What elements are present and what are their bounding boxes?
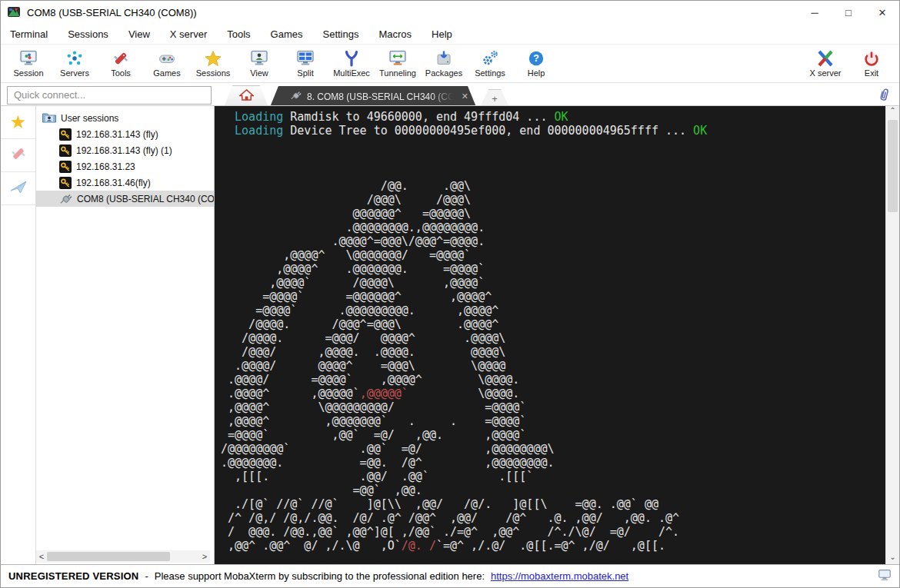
tree-item-com8-usb-serial-ch340-com8[interactable]: COM8 (USB-SERIAL CH340 (COM8 <box>36 191 214 207</box>
tab-close-icon[interactable]: ✕ <box>462 91 468 101</box>
toolbar-button-split[interactable]: Split <box>282 45 328 82</box>
scroll-down-arrow[interactable]: ⌄ <box>886 553 899 565</box>
toolbar-button-label: Split <box>297 68 313 78</box>
terminal-line: =@@@@` .@@@@@@@@@. ,@@@@^ <box>221 304 885 317</box>
toolbar-button-exit[interactable]: Exit <box>848 45 895 82</box>
toolbar-button-session[interactable]: Session <box>5 45 52 82</box>
terminal-line: ,@@@@^ \@@@@@@@/ =@@@@` <box>221 248 885 262</box>
sidebar-icon-strip: ★ <box>1 106 36 565</box>
terminal-line: =@@@@` ,@@` =@/ ,@@. ,@@@@` <box>221 428 885 442</box>
scroll-thumb[interactable] <box>47 552 170 561</box>
menu-item-terminal[interactable]: Terminal <box>10 28 48 40</box>
toolbar-button-settings[interactable]: Settings <box>467 45 513 82</box>
tree-root-user-sessions[interactable]: User sessions <box>36 110 214 126</box>
terminal-output[interactable]: Loading Ramdisk to 49660000, end 49fffd0… <box>215 106 885 565</box>
menu-item-games[interactable]: Games <box>271 28 303 40</box>
toolbar-button-packages[interactable]: Packages <box>421 45 467 82</box>
tree-item-label: 192.168.31.46(fly) <box>76 178 151 188</box>
servers-network-icon <box>65 50 84 68</box>
toolbar-button-multiexec[interactable]: MultiExec <box>328 45 375 82</box>
packages-icon <box>435 50 453 68</box>
toolbar-button-x-server[interactable]: X server <box>802 45 848 82</box>
quick-connect-input[interactable] <box>7 86 212 105</box>
mobaxterm-window: COM8 (USB-SERIAL CH340 (COM8)) ─ □ ✕ Ter… <box>0 0 900 588</box>
terminal-line: /@@@\ /@@@\ <box>221 193 885 207</box>
terminal-line: .@@@@@@@@.,@@@@@@@@. <box>221 221 885 234</box>
terminal-line: .@@@@^ ,@@@@@`,@@@@@` \@@@@. <box>221 387 885 400</box>
toolbar-button-sessions[interactable]: Sessions <box>190 45 236 82</box>
terminal-line: /@@@@@@@@` .@@` =@/ ,@@@@@@@@\ <box>221 442 885 456</box>
terminal-line: @@@@@@^ =@@@@@\ <box>221 207 885 221</box>
key-icon <box>59 161 72 173</box>
terminal-line <box>221 138 885 151</box>
terminal-line: .@@@@@@@. =@@. /@^ ,@@@@@@@@. <box>221 456 885 470</box>
terminal-vertical-scrollbar[interactable]: ⌃ ⌄ <box>885 106 899 565</box>
user-folder-icon <box>42 111 56 125</box>
sidebar-tab-macros[interactable] <box>1 172 35 205</box>
menu-item-sessions[interactable]: Sessions <box>68 28 108 40</box>
terminal-line: ,[[[. .@@/ .@@` .[[[` <box>221 470 885 483</box>
menu-item-macros[interactable]: Macros <box>378 28 412 40</box>
tree-item-192-168-31-143-fly-1[interactable]: 192.168.31.143 (fly) (1) <box>36 142 214 158</box>
tab-com8-session[interactable]: 8. COM8 (USB-SERIAL CH340 (COM ✕ <box>270 86 476 107</box>
tree-item-label: 192.168.31.143 (fly) (1) <box>76 145 172 156</box>
maximize-button[interactable]: □ <box>832 1 865 24</box>
toolbar-right-group: X server Exit <box>802 45 895 82</box>
games-gamepad-icon <box>158 50 176 68</box>
home-tab[interactable] <box>224 85 268 107</box>
sidebar-tab-sessions[interactable]: ★ <box>1 106 35 139</box>
split-monitor-icon <box>296 50 315 68</box>
toolbar-button-view[interactable]: View <box>236 45 282 82</box>
serial-plug-icon <box>59 194 72 204</box>
terminal-line <box>221 151 885 165</box>
status-monitor-icon[interactable] <box>878 569 892 583</box>
app-logo-icon <box>7 6 21 18</box>
mobatek-link[interactable]: https://mobaxterm.mobatek.net <box>491 570 628 582</box>
toolbar-button-servers[interactable]: Servers <box>52 45 98 82</box>
connect-and-tabs-row: 8. COM8 (USB-SERIAL CH340 (COM ✕ + <box>1 83 899 107</box>
tree-root-label: User sessions <box>61 113 118 124</box>
sidebar-horizontal-scrollbar[interactable]: < > <box>36 550 210 563</box>
menu-item-help[interactable]: Help <box>432 28 452 40</box>
tunneling-icon <box>388 50 407 68</box>
main-area: ★ <box>1 105 899 565</box>
toolbar-button-label: Games <box>153 68 180 78</box>
tree-item-192-168-31-143-fly[interactable]: 192.168.31.143 (fly) <box>36 126 214 142</box>
scroll-left-arrow[interactable]: < <box>36 552 47 561</box>
new-tab-button[interactable]: + <box>480 89 509 107</box>
toolbar-button-help[interactable]: ?Help <box>513 45 559 82</box>
view-monitor-icon <box>250 50 268 68</box>
tab-bar: 8. COM8 (USB-SERIAL CH340 (COM ✕ + <box>224 83 509 107</box>
toolbar-button-label: Exit <box>865 68 878 78</box>
scroll-up-arrow[interactable]: ⌃ <box>886 106 899 118</box>
tools-knife-icon <box>112 50 130 68</box>
xserver-icon <box>815 50 835 68</box>
toolbar-button-tunneling[interactable]: Tunneling <box>375 45 421 82</box>
attachments-paperclip-icon[interactable] <box>878 87 890 105</box>
minimize-button[interactable]: ─ <box>798 1 832 24</box>
tree-item-label: 192.168.31.143 (fly) <box>76 129 158 140</box>
swiss-knife-icon <box>9 145 28 165</box>
menu-item-settings[interactable]: Settings <box>323 28 359 40</box>
menu-bar: TerminalSessionsViewX serverToolsGamesSe… <box>1 24 899 44</box>
terminal-line: /@@. .@@\ <box>221 179 885 193</box>
scroll-right-arrow[interactable]: > <box>199 552 210 561</box>
home-icon <box>239 88 254 105</box>
toolbar-button-label: Settings <box>475 68 505 78</box>
terminal-line: ./[@` //@` //@` ]@[\\ ,@@/ /@/. ]@[[\ =@… <box>221 497 885 511</box>
sidebar-tab-tools[interactable] <box>1 139 35 172</box>
menu-item-x-server[interactable]: X server <box>170 28 207 40</box>
close-button[interactable]: ✕ <box>865 1 899 24</box>
tree-item-192-168-31-46-fly[interactable]: 192.168.31.46(fly) <box>36 174 214 191</box>
toolbar-button-label: Session <box>13 68 43 78</box>
terminal-line: .@@@@/ @@@@^ =@@@\ \@@@@ <box>221 359 885 373</box>
menu-item-view[interactable]: View <box>128 28 150 40</box>
session-tree: User sessions 192.168.31.143 (fly) 192.1… <box>36 106 214 207</box>
toolbar-button-tools[interactable]: Tools <box>98 45 144 82</box>
unregistered-version-label: UNREGISTERED VERSION <box>8 570 138 582</box>
terminal-scroll-thumb[interactable] <box>888 120 898 212</box>
toolbar-button-games[interactable]: Games <box>144 45 190 82</box>
toolbar-left-group: Session Servers Tools Games Sessions Vie… <box>5 45 559 82</box>
tree-item-192-168-31-23[interactable]: 192.168.31.23 <box>36 158 214 174</box>
menu-item-tools[interactable]: Tools <box>227 28 250 40</box>
